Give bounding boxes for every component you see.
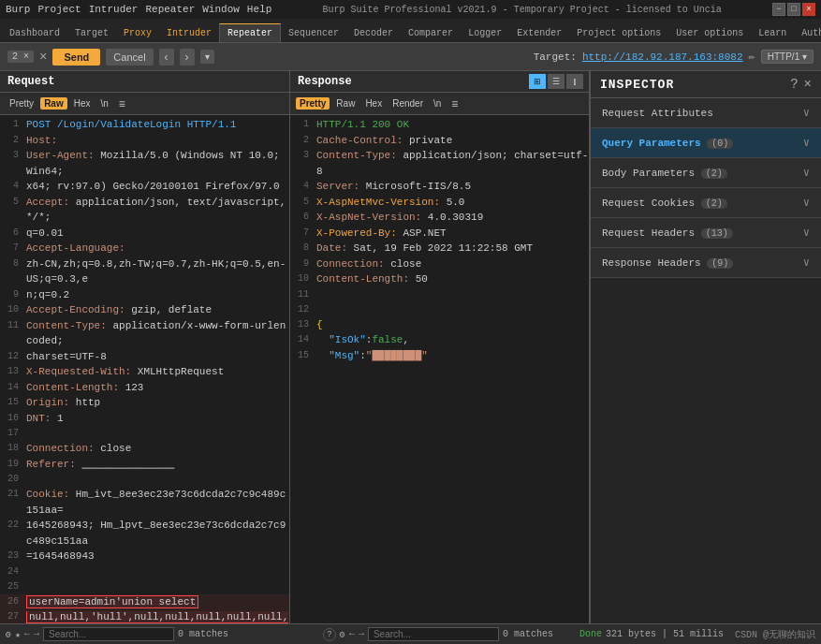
tab-proxy[interactable]: Proxy <box>116 24 159 42</box>
request-line-27: 27null,null,'hull',null,null,null,null,n… <box>0 609 289 623</box>
back-icon[interactable]: ← <box>24 629 30 639</box>
tab-logger[interactable]: Logger <box>461 24 509 42</box>
response-fmt-newline[interactable]: \n <box>430 97 445 110</box>
settings-icon[interactable]: ⚙ <box>6 629 11 640</box>
response-line-8: 8Date: Sat, 19 Feb 2022 11:22:58 GMT <box>290 241 589 256</box>
response-headers-chevron: ∨ <box>803 256 810 270</box>
request-line-22: 221645268943; Hm_lpvt_8ee3ec23e73c6dcda2… <box>0 518 289 549</box>
tab-sequencer[interactable]: Sequencer <box>281 24 346 42</box>
request-line-20: 20 <box>0 472 289 487</box>
status-label: Done <box>579 629 602 639</box>
tab-repeater[interactable]: Repeater <box>219 23 281 42</box>
response-fmt-pretty[interactable]: Pretty <box>296 97 330 110</box>
close-button[interactable]: × <box>802 3 815 16</box>
inspector-section-request-attributes[interactable]: Request Attributes ∨ <box>591 98 821 128</box>
titlebar: Burp Project Intruder Repeater Window He… <box>0 0 821 19</box>
view-horizontal-icon[interactable]: ☰ <box>548 74 564 89</box>
menu-intruder[interactable]: Intruder <box>89 4 139 15</box>
inspector-section-request-cookies[interactable]: Request Cookies (2) ∨ <box>591 188 821 218</box>
nav-next-button[interactable]: › <box>180 49 195 66</box>
request-body[interactable]: 1POST /Login/ValidateLogin HTTP/1.1 2Hos… <box>0 115 289 623</box>
edit-target-icon[interactable]: ✏ <box>749 50 755 64</box>
nav-more-button[interactable]: ▾ <box>200 50 214 64</box>
view-vertical-icon[interactable]: ⫿ <box>566 74 583 89</box>
tab-decoder[interactable]: Decoder <box>346 24 401 42</box>
body-params-label: Body Parameters (2) <box>602 168 727 179</box>
tab-learn[interactable]: Learn <box>751 24 794 42</box>
response-body[interactable]: 1HTTP/1.1 200 OK 2Cache-Control: private… <box>290 115 589 623</box>
tab-intruder[interactable]: Intruder <box>159 24 219 42</box>
response-line-4: 4Server: Microsoft-IIS/8.5 <box>290 179 589 195</box>
request-fmt-pretty[interactable]: Pretty <box>6 97 37 110</box>
help-bottom-icon[interactable]: ? <box>323 628 336 641</box>
size-info: 321 bytes | 51 millis <box>606 629 724 639</box>
bottom-left: ⚙ ★ ← → 0 matches <box>6 627 228 641</box>
send-button[interactable]: Send <box>52 49 100 66</box>
response-line-10: 10Content-Length: 50 <box>290 271 589 287</box>
response-fmt-menu[interactable]: ≡ <box>447 96 462 111</box>
tab-project-options[interactable]: Project options <box>569 24 668 42</box>
response-line-14: 14 "IsOk":false, <box>290 332 589 348</box>
response-format-toolbar: Pretty Raw Hex Render \n ≡ <box>290 93 589 115</box>
response-headers-label: Response Headers (9) <box>602 257 733 269</box>
menu-project[interactable]: Project <box>37 4 81 15</box>
search-input-left[interactable] <box>43 627 174 641</box>
menu-repeater[interactable]: Repeater <box>145 4 195 15</box>
cancel-button[interactable]: Cancel <box>106 49 153 66</box>
target-url[interactable]: http://182.92.187.163:8082 <box>582 51 743 63</box>
http-version-button[interactable]: HTTP/1 ▾ <box>761 50 814 64</box>
settings-bottom-icon[interactable]: ⚙ <box>340 629 345 640</box>
minimize-button[interactable]: − <box>772 3 785 16</box>
inspector-title: INSPECTOR <box>600 78 674 92</box>
inspector-section-response-headers[interactable]: Response Headers (9) ∨ <box>591 248 821 278</box>
help-icon[interactable]: ? <box>790 77 798 92</box>
request-line-14: 14Content-Length: 123 <box>0 380 289 396</box>
inspector-section-body-params[interactable]: Body Parameters (2) ∨ <box>591 158 821 188</box>
forward-icon[interactable]: → <box>34 629 39 639</box>
inspector-icons: ? × <box>790 77 812 92</box>
back-bottom-icon[interactable]: ← <box>349 629 355 639</box>
tab-dashboard[interactable]: Dashboard <box>2 23 67 42</box>
tab-counter: 2 × <box>7 51 34 63</box>
response-fmt-render[interactable]: Render <box>389 97 427 110</box>
response-fmt-hex[interactable]: Hex <box>361 97 386 110</box>
view-split-icon[interactable]: ⊞ <box>529 74 546 89</box>
maximize-button[interactable]: □ <box>787 3 800 16</box>
menu-help[interactable]: Help <box>247 4 271 15</box>
response-fmt-raw[interactable]: Raw <box>332 97 359 110</box>
request-fmt-newline[interactable]: \n <box>96 97 111 110</box>
request-fmt-menu[interactable]: ≡ <box>115 96 129 111</box>
request-line-19: 19Referer: _______________ <box>0 457 289 473</box>
menu-window[interactable]: Window <box>202 4 240 15</box>
request-line-23: 23=1645468943 <box>0 549 289 564</box>
request-line-5: 5Accept: application/json, text/javascri… <box>0 195 289 226</box>
request-fmt-hex[interactable]: Hex <box>70 97 95 110</box>
request-panel-header: Request <box>0 71 289 93</box>
query-params-chevron: ∨ <box>803 136 810 150</box>
inspector-section-query-params[interactable]: Query Parameters (0) ∨ <box>591 128 821 158</box>
request-cookies-chevron: ∨ <box>803 196 810 210</box>
request-fmt-raw[interactable]: Raw <box>40 97 67 110</box>
tab-user-options[interactable]: User options <box>668 24 751 42</box>
menu-burp[interactable]: Burp <box>6 4 30 15</box>
add-tab-icon[interactable]: × <box>39 50 47 65</box>
request-line-16: 16DNT: 1 <box>0 411 289 427</box>
inspector-section-request-headers[interactable]: Request Headers (13) ∨ <box>591 218 821 248</box>
request-line-26: 26userName=admin'union select <box>0 594 289 610</box>
tab-bar: Dashboard Target Proxy Intruder Repeater… <box>0 19 821 43</box>
menu-bar: Burp Project Intruder Repeater Window He… <box>6 4 271 15</box>
response-panel-header: Response <box>290 71 359 92</box>
tab-comparer[interactable]: Comparer <box>401 24 461 42</box>
tab-authz[interactable]: Authz <box>794 24 821 42</box>
tab-target[interactable]: Target <box>67 24 116 42</box>
nav-prev-button[interactable]: ‹ <box>159 49 174 66</box>
request-line-15: 15Origin: http <box>0 395 289 411</box>
forward-bottom-icon[interactable]: → <box>359 629 364 639</box>
tab-extender[interactable]: Extender <box>509 24 569 42</box>
request-headers-chevron: ∨ <box>803 226 810 240</box>
bookmark-icon[interactable]: ★ <box>15 629 21 640</box>
request-panel: Request Pretty Raw Hex \n ≡ 1POST /Login… <box>0 71 290 623</box>
response-view-toggles: ⊞ ☰ ⫿ <box>529 74 589 89</box>
search-input-right[interactable] <box>368 627 499 641</box>
close-inspector-icon[interactable]: × <box>804 77 812 92</box>
